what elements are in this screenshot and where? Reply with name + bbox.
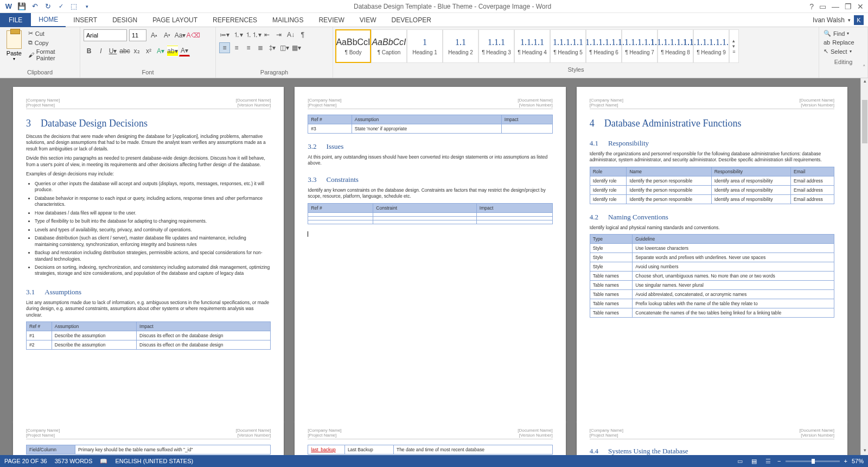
tab-review[interactable]: REVIEW — [311, 13, 352, 27]
underline-button[interactable]: U▾ — [107, 46, 118, 56]
align-left-icon[interactable]: ≡ — [219, 42, 230, 53]
redo-icon[interactable]: ↻ — [43, 2, 52, 11]
find-button[interactable]: 🔍Find▾ — [822, 29, 864, 37]
tab-page-layout[interactable]: PAGE LAYOUT — [145, 13, 205, 27]
subscript-button[interactable]: x₂ — [131, 46, 142, 56]
tab-insert[interactable]: INSERT — [66, 13, 105, 27]
group-paragraph: ≔▾ ⒈▾ ⒈⒈▾ ⇤ ⇥ A↓ ¶ ≡ ≡ ≡ ≣ ‡▾ ◫▾ ▦▾ Para… — [216, 27, 333, 78]
font-color-icon[interactable]: A▾ — [179, 46, 190, 56]
format-painter-button[interactable]: 🖌Format Painter — [27, 48, 76, 62]
group-font: A▴ A▾ Aa▾ A⌫ B I U▾ abc x₂ x² A▾ ab▾ A▾ … — [80, 27, 216, 78]
account-area[interactable]: Ivan Walsh ▾ K — [813, 15, 868, 25]
paste-icon — [7, 30, 22, 49]
paragraph-label: Paragraph — [216, 68, 333, 78]
font-size-input[interactable] — [129, 29, 146, 41]
save-icon[interactable]: 💾 — [17, 2, 26, 11]
tab-mailings[interactable]: MAILINGS — [265, 13, 311, 27]
highlight-icon[interactable]: ab▾ — [167, 46, 178, 56]
font-label: Font — [80, 68, 215, 78]
minimize-icon[interactable]: — — [832, 2, 839, 11]
shrink-font-icon[interactable]: A▾ — [162, 30, 173, 41]
paste-button[interactable]: Paste ▾ — [3, 29, 25, 61]
editing-label: Editing — [819, 58, 867, 67]
window-title: Database Design Template - Blue Theme - … — [95, 3, 809, 10]
help-icon[interactable]: ? — [809, 2, 814, 11]
change-case-icon[interactable]: Aa▾ — [175, 30, 186, 41]
sort-icon[interactable]: A↓ — [285, 29, 296, 40]
window-controls: ? ▭ — ❐ ✕ — [809, 2, 868, 11]
find-icon: 🔍 — [824, 30, 831, 37]
italic-button[interactable]: I — [95, 46, 106, 56]
title-bar: W 💾 ↶ ↻ ✓ ⬚ ▾ Database Design Template -… — [0, 0, 868, 13]
restore-icon[interactable]: ❐ — [845, 2, 852, 11]
numbering-icon[interactable]: ⒈▾ — [231, 29, 245, 40]
text-effects-icon[interactable]: A▾ — [155, 46, 166, 56]
group-clipboard: Paste ▾ ✂Cut ⧉Copy 🖌Format Painter Clipb… — [0, 27, 80, 78]
clipboard-label: Clipboard — [0, 68, 80, 78]
tab-file[interactable]: FILE — [0, 13, 31, 27]
tab-view[interactable]: VIEW — [352, 13, 384, 27]
group-editing: 🔍Find▾ abReplace ↖Select▾ Editing — [819, 27, 868, 78]
copy-icon: ⧉ — [28, 39, 33, 46]
grow-font-icon[interactable]: A▴ — [149, 30, 159, 41]
spell-icon[interactable]: ✓ — [56, 2, 65, 11]
cut-icon: ✂ — [28, 30, 33, 37]
close-icon[interactable]: ✕ — [857, 2, 864, 11]
paste-label: Paste — [7, 50, 22, 56]
clear-formatting-icon[interactable]: A⌫ — [188, 30, 199, 41]
tab-design[interactable]: DESIGN — [105, 13, 145, 27]
bullets-icon[interactable]: ≔▾ — [219, 29, 230, 40]
multilevel-icon[interactable]: ⒈⒈▾ — [246, 29, 260, 40]
paste-dropdown-icon[interactable]: ▾ — [13, 56, 15, 61]
style-tile---heading-5[interactable]: 1.1.1.1.1¶ Heading 5 — [550, 29, 586, 63]
style-tile---heading-9[interactable]: 1.1.1.1.1.1.1.1.1¶ Heading 9 — [693, 29, 729, 63]
align-right-icon[interactable]: ≡ — [243, 42, 254, 53]
tab-references[interactable]: REFERENCES — [205, 13, 265, 27]
ribbon-tabs: FILE HOME INSERT DESIGN PAGE LAYOUT REFE… — [0, 13, 868, 27]
style-tile---heading-6[interactable]: 1.1.1.1.1.1¶ Heading 6 — [586, 29, 622, 63]
borders-icon[interactable]: ▦▾ — [291, 42, 302, 53]
word-icon[interactable]: W — [4, 2, 13, 11]
superscript-button[interactable]: x² — [143, 46, 154, 56]
select-button[interactable]: ↖Select▾ — [822, 47, 864, 55]
select-icon: ↖ — [824, 48, 828, 55]
style-tile---body[interactable]: AaBbCcI¶ Body — [335, 29, 371, 63]
replace-button[interactable]: abReplace — [822, 39, 864, 46]
justify-icon[interactable]: ≣ — [255, 42, 266, 53]
ribbon-display-icon[interactable]: ▭ — [819, 2, 826, 11]
qat-more-icon[interactable]: ▾ — [82, 2, 91, 11]
account-name: Ivan Walsh — [813, 16, 845, 24]
copy-button[interactable]: ⧉Copy — [27, 39, 76, 47]
increase-indent-icon[interactable]: ⇥ — [273, 29, 284, 40]
style-tile-heading-2[interactable]: 1.1Heading 2 — [443, 29, 478, 63]
cut-button[interactable]: ✂Cut — [27, 29, 76, 37]
tab-home[interactable]: HOME — [31, 13, 66, 27]
touch-icon[interactable]: ⬚ — [69, 2, 78, 11]
style-tile-heading-1[interactable]: 1Heading 1 — [407, 29, 443, 63]
replace-icon: ab — [824, 39, 830, 46]
undo-icon[interactable]: ↶ — [30, 2, 39, 11]
font-name-input[interactable] — [84, 29, 127, 41]
shading-icon[interactable]: ◫▾ — [279, 42, 290, 53]
align-center-icon[interactable]: ≡ — [231, 42, 242, 53]
account-badge: K — [854, 15, 864, 25]
styles-gallery[interactable]: AaBbCcI¶ BodyAaBbCcI¶ Caption1Heading 11… — [333, 27, 819, 65]
ribbon: Paste ▾ ✂Cut ⧉Copy 🖌Format Painter Clipb… — [0, 27, 868, 78]
decrease-indent-icon[interactable]: ⇤ — [261, 29, 272, 40]
styles-label: Styles — [333, 65, 819, 75]
styles-more-icon[interactable]: ▴▾≡ — [729, 29, 739, 63]
style-tile---heading-3[interactable]: 1.1.1¶ Heading 3 — [478, 29, 514, 63]
brush-icon: 🖌 — [28, 52, 34, 58]
tab-developer[interactable]: DEVELOPER — [384, 13, 438, 27]
style-tile---caption[interactable]: AaBbCcI¶ Caption — [371, 29, 407, 63]
strikethrough-button[interactable]: abc — [119, 46, 130, 56]
style-tile---heading-4[interactable]: 1.1.1.1¶ Heading 4 — [514, 29, 550, 63]
collapse-ribbon-icon[interactable]: ˄ — [863, 64, 866, 71]
show-hide-icon[interactable]: ¶ — [297, 29, 308, 40]
account-dropdown-icon[interactable]: ▾ — [848, 17, 851, 23]
bold-button[interactable]: B — [84, 46, 94, 56]
quick-access-toolbar: W 💾 ↶ ↻ ✓ ⬚ ▾ — [0, 2, 95, 11]
line-spacing-icon[interactable]: ‡▾ — [267, 42, 278, 53]
group-styles: AaBbCcI¶ BodyAaBbCcI¶ Caption1Heading 11… — [333, 27, 819, 78]
